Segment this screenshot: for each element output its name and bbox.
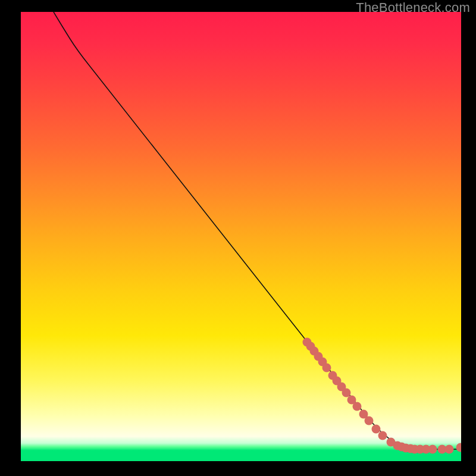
data-dot: [378, 431, 387, 440]
data-dot: [365, 416, 374, 425]
chart-svg: [21, 12, 461, 461]
data-dot: [372, 425, 381, 434]
data-dot: [322, 364, 331, 372]
bottleneck-curve: [54, 12, 461, 449]
data-dot: [342, 389, 351, 397]
chart-stage: TheBottleneck.com: [0, 0, 476, 476]
data-dot: [353, 402, 362, 411]
dot-layer: [303, 338, 462, 454]
watermark-text: TheBottleneck.com: [356, 0, 470, 15]
plot-area: [21, 12, 461, 461]
data-dot: [456, 443, 462, 452]
data-dot: [445, 445, 454, 454]
data-dot: [428, 445, 437, 454]
